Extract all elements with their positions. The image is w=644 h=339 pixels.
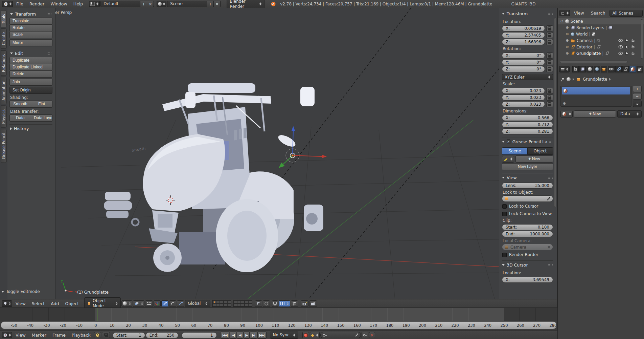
snap-element-dropdown[interactable] xyxy=(279,300,290,307)
expand-icon[interactable]: ⊕ xyxy=(565,51,569,56)
list-resize-grip[interactable]: ☰ xyxy=(595,101,598,105)
pivot-align-toggle[interactable] xyxy=(145,300,153,307)
manipulator-x-arrow[interactable] xyxy=(322,155,327,158)
slot-add-icon[interactable]: ⊕ xyxy=(563,101,566,106)
transform-manipulator[interactable] xyxy=(274,120,338,171)
manipulator-axis-toggle[interactable] xyxy=(154,300,161,307)
tab-animation[interactable]: Animation xyxy=(1,77,7,104)
tab-grease-pencil[interactable]: Grease Pencil xyxy=(1,129,7,163)
tab-tools[interactable]: Tools xyxy=(1,10,7,27)
layer-cell[interactable] xyxy=(220,303,224,306)
selectability-cursor-icon[interactable] xyxy=(625,45,629,49)
menu-help[interactable]: Help xyxy=(71,0,86,8)
snap-target-button[interactable] xyxy=(291,300,298,307)
panel-edit-header[interactable]: Edit xyxy=(9,49,52,57)
jump-to-end-button[interactable]: ▶▶| xyxy=(257,332,267,339)
visibility-eye-icon[interactable] xyxy=(618,51,623,55)
pivot-point-dropdown[interactable] xyxy=(133,300,144,307)
visibility-eye-icon[interactable] xyxy=(618,45,623,49)
manipulator-translate-button[interactable] xyxy=(161,300,168,307)
tl-menu-frame[interactable]: Frame xyxy=(50,331,68,339)
transfer-data-button[interactable]: Data xyxy=(9,114,31,122)
layer-cell[interactable] xyxy=(237,303,241,306)
viewport-shading-dropdown[interactable] xyxy=(121,300,132,307)
vp-menu-add[interactable]: Add xyxy=(48,300,62,308)
delete-button[interactable]: Delete xyxy=(9,70,52,78)
outliner-row-camera[interactable]: ⊕ Camera | xyxy=(558,37,644,44)
layer-cell[interactable] xyxy=(233,300,237,303)
outliner-row-scene[interactable]: ⊖ Scene xyxy=(558,18,644,24)
frame-end-field[interactable]: End:250 xyxy=(146,332,178,338)
collapse-icon[interactable]: ⊖ xyxy=(560,19,564,23)
visibility-eye-icon[interactable] xyxy=(618,39,623,42)
tab-data[interactable] xyxy=(622,66,629,72)
outliner-row-exterior[interactable]: ⊕ Exterior | xyxy=(558,44,644,50)
tab-relations[interactable]: Relations xyxy=(1,50,7,76)
preview-range-clock-toggle[interactable] xyxy=(94,332,101,338)
current-frame-line[interactable] xyxy=(97,308,97,321)
tab-render[interactable] xyxy=(572,66,579,72)
material-new-button[interactable]: + New xyxy=(574,110,616,118)
location-z-field[interactable]: Z:1.66896 xyxy=(502,39,545,45)
renderability-camera-icon[interactable] xyxy=(631,51,636,55)
location-x-field[interactable]: X:0.00619 xyxy=(502,25,545,31)
3d-cursor-panel-header[interactable]: 3D Cursor xyxy=(502,261,553,269)
layer-cell[interactable] xyxy=(224,300,227,303)
delete-keyframe-button[interactable]: × xyxy=(369,332,375,338)
expand-icon[interactable]: ⊕ xyxy=(565,32,569,36)
lock-icon[interactable] xyxy=(546,52,553,59)
timeline-editor[interactable]: -50-40-30-20-100102030405060708090100110… xyxy=(0,308,557,339)
view-panel-header[interactable]: View xyxy=(502,173,553,182)
vp-menu-object[interactable]: Object xyxy=(62,300,82,308)
menu-file[interactable]: File xyxy=(14,0,26,8)
tab-world[interactable] xyxy=(594,66,600,72)
mode-dropdown[interactable]: Object Mode xyxy=(84,297,121,308)
tab-constraints[interactable] xyxy=(608,66,614,72)
tab-object[interactable] xyxy=(601,66,607,72)
current-frame-field[interactable]: 1 xyxy=(182,332,217,338)
layer-cell[interactable] xyxy=(216,303,220,306)
shade-flat-button[interactable]: Flat xyxy=(31,101,52,108)
cursor-x-field[interactable]: X:-3.69549 xyxy=(502,277,553,283)
shade-smooth-button[interactable]: Smooth xyxy=(9,101,31,108)
timeline-ruler[interactable]: -50-40-30-20-100102030405060708090100110… xyxy=(1,321,557,329)
layer-cell[interactable] xyxy=(248,303,252,306)
layer-cell[interactable] xyxy=(212,303,216,306)
rotation-z-field[interactable]: Z:0° xyxy=(502,66,545,72)
npanel-scrollbar[interactable] xyxy=(554,18,556,207)
render-border-checkbox[interactable] xyxy=(502,253,507,257)
material-slot-active[interactable] xyxy=(562,87,630,94)
lock-camera-checkbox[interactable] xyxy=(502,212,507,216)
gpencil-new-button[interactable]: + New xyxy=(515,155,553,163)
gpencil-object-tab[interactable]: Object xyxy=(528,147,553,155)
outliner-row-renderlayers[interactable]: ⊕ RenderLayers | xyxy=(558,24,644,31)
tl-menu-marker[interactable]: Marker xyxy=(29,331,49,339)
slot-add-button[interactable]: + xyxy=(633,86,642,92)
transfer-data-layout-button[interactable]: Data Layo xyxy=(31,114,52,122)
layer-cell[interactable] xyxy=(237,300,241,303)
proportional-edit-dropdown[interactable] xyxy=(263,300,270,307)
set-origin-menu[interactable]: Set Origin xyxy=(9,87,52,94)
duplicate-linked-button[interactable]: Duplicate Linked xyxy=(9,64,52,71)
active-keying-set-field[interactable] xyxy=(320,332,361,338)
opengl-render-anim-button[interactable] xyxy=(309,300,317,307)
lock-icon[interactable] xyxy=(546,66,553,72)
operator-redo-panel[interactable]: Toggle Editmode xyxy=(1,289,40,294)
tab-scene[interactable] xyxy=(586,66,593,72)
expand-icon[interactable]: ⊕ xyxy=(565,45,569,49)
panel-history-header[interactable]: History xyxy=(9,125,52,132)
material-data-dropdown[interactable]: Data xyxy=(617,110,642,118)
layer-cell[interactable] xyxy=(245,303,248,306)
selectability-cursor-icon[interactable] xyxy=(625,51,629,56)
gpencil-brush-dropdown[interactable] xyxy=(502,156,514,163)
layer-cell[interactable] xyxy=(220,300,224,303)
expand-icon[interactable]: ⊕ xyxy=(565,38,569,43)
scene-name[interactable]: Scene xyxy=(167,1,207,7)
rotation-x-field[interactable]: X:0° xyxy=(502,52,545,59)
next-keyframe-button[interactable]: ▶| xyxy=(250,332,257,339)
tl-menu-view[interactable]: View xyxy=(13,331,28,339)
auto-keyframe-button[interactable] xyxy=(302,332,309,338)
gpencil-scene-tab[interactable]: Scene xyxy=(502,147,528,155)
outliner-menu-search[interactable]: Search xyxy=(588,9,608,17)
clip-start-field[interactable]: Start:0.100 xyxy=(502,224,553,230)
